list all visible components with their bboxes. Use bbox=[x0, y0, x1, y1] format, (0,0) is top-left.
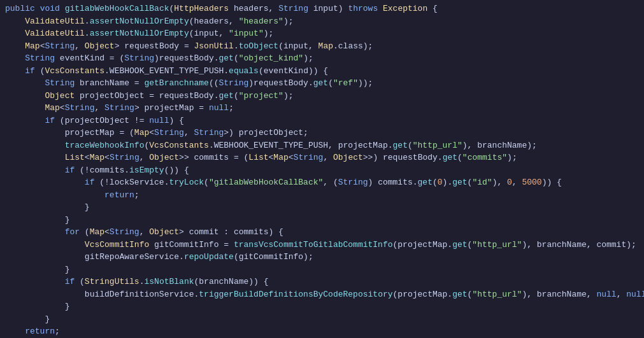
line-content: } bbox=[0, 264, 69, 276]
code-token: buildDefinitionService bbox=[85, 290, 194, 299]
code-token: ( bbox=[433, 178, 438, 187]
code-token: ( bbox=[328, 78, 333, 88]
code-line: } bbox=[0, 214, 644, 227]
code-token: } bbox=[65, 302, 70, 311]
code-token: , bbox=[75, 41, 85, 51]
code-token: } bbox=[65, 265, 70, 274]
code-token: headers, bbox=[229, 4, 278, 13]
code-token: ()) { bbox=[164, 165, 189, 175]
code-token: ), branchName, bbox=[522, 290, 596, 299]
code-token: branchName = bbox=[75, 78, 144, 88]
code-token: .class); bbox=[333, 41, 373, 51]
code-token: if bbox=[45, 116, 55, 125]
code-token: 0 bbox=[438, 178, 443, 187]
code-token: (input, bbox=[189, 29, 229, 38]
code-token: "input" bbox=[229, 29, 264, 38]
code-token: (gitCommitInfo); bbox=[234, 252, 313, 262]
code-token bbox=[378, 4, 383, 13]
code-token: ( bbox=[457, 153, 462, 162]
code-token: "id" bbox=[472, 178, 492, 187]
code-line: } bbox=[0, 201, 644, 214]
code-line: VcsCommitInfo gitCommitInfo = transVcsCo… bbox=[0, 239, 644, 251]
code-token: toObject bbox=[239, 41, 278, 51]
code-token: assertNotNullOrEmpty bbox=[90, 17, 189, 26]
code-token: < bbox=[104, 227, 110, 237]
code-token: } bbox=[65, 215, 70, 225]
code-token: >>) requestBody. bbox=[363, 153, 443, 162]
code-token: gitCommitInfo = bbox=[149, 240, 234, 250]
code-line: Object projectObject = requestBody.get("… bbox=[0, 90, 644, 102]
line-content: String branchName = getBranchname((Strin… bbox=[0, 77, 373, 90]
code-token: tryLock bbox=[169, 178, 204, 187]
code-token: String bbox=[278, 4, 308, 13]
line-content: Map<String, Object> requestBody = JsonUt… bbox=[0, 40, 373, 53]
code-token: String bbox=[65, 103, 95, 113]
code-token: null bbox=[596, 290, 616, 299]
code-line: } bbox=[0, 300, 644, 313]
code-token bbox=[35, 4, 40, 13]
code-token: .WEBHOOK_EVENT_TYPE_PUSH, projectMap. bbox=[209, 141, 393, 150]
code-token: "gitlabWebHookCallBack" bbox=[209, 178, 323, 187]
code-token: (headers, bbox=[189, 17, 239, 26]
code-line: gitRepoAwareService.repoUpdate(gitCommit… bbox=[0, 251, 644, 264]
line-content: for (Map<String, Object> commit : commit… bbox=[0, 226, 283, 239]
code-token: < bbox=[104, 153, 110, 162]
code-line: } bbox=[0, 264, 644, 276]
code-token: < bbox=[60, 103, 65, 113]
code-token: transVcsCommitToGitlabCommitInfo bbox=[234, 240, 393, 250]
code-line: return; bbox=[0, 189, 644, 202]
code-token: , bbox=[617, 290, 627, 299]
code-token: (( bbox=[209, 78, 219, 88]
code-token: String bbox=[45, 41, 75, 51]
code-token: ; bbox=[229, 103, 234, 113]
code-token: } bbox=[85, 202, 90, 212]
line-content: if (!commits.isEmpty()) { bbox=[0, 164, 189, 177]
code-token: 5000 bbox=[522, 178, 541, 187]
code-token: get bbox=[218, 53, 233, 63]
line-content: public void gitlabWebHookCallBack(HttpHe… bbox=[0, 3, 438, 15]
line-content: } bbox=[0, 313, 50, 326]
code-token: Exception bbox=[383, 4, 427, 13]
code-token: < bbox=[149, 128, 154, 137]
code-line: if (projectObject != null) { bbox=[0, 115, 644, 127]
code-token: "commits" bbox=[462, 153, 507, 162]
code-token: ). bbox=[443, 178, 453, 187]
code-token: ); bbox=[303, 53, 313, 63]
line-content: if (projectObject != null) { bbox=[0, 115, 184, 127]
code-token: String bbox=[110, 227, 140, 237]
code-line: if (VcsConstants.WEBHOOK_EVENT_TYPE_PUSH… bbox=[0, 65, 644, 78]
code-token: "http_url" bbox=[472, 290, 522, 299]
code-line: buildDefinitionService.triggerBuildDefin… bbox=[0, 288, 644, 301]
code-token: (eventKind)) { bbox=[259, 66, 328, 76]
code-token: )); bbox=[358, 78, 373, 88]
code-token: if bbox=[85, 178, 95, 187]
code-token: String bbox=[294, 153, 324, 162]
line-content: gitRepoAwareService.repoUpdate(gitCommit… bbox=[0, 251, 313, 264]
code-token: (projectObject != bbox=[55, 116, 149, 125]
code-token: ); bbox=[507, 153, 517, 162]
code-token: < bbox=[85, 153, 90, 162]
code-token: null bbox=[626, 290, 644, 299]
code-token: ( bbox=[35, 66, 45, 76]
code-line: traceWebhookInfo(VcsConstants.WEBHOOK_EV… bbox=[0, 139, 644, 152]
code-token: String bbox=[110, 153, 140, 162]
code-token: . bbox=[179, 252, 184, 262]
line-content: if (StringUtils.isNotBlank(branchName)) … bbox=[0, 276, 269, 288]
code-token: triggerBuildDefinitionsByCodeRepository bbox=[199, 290, 392, 299]
code-token: ), branchName, commit); bbox=[522, 240, 636, 250]
code-line: Map<String, String> projectMap = null; bbox=[0, 102, 644, 115]
code-token: String bbox=[338, 178, 368, 187]
code-token: repoUpdate bbox=[184, 252, 234, 262]
line-content: String eventKind = (String)requestBody.g… bbox=[0, 52, 313, 65]
code-line: for (Map<String, Object> commit : commit… bbox=[0, 226, 644, 239]
code-line: if (StringUtils.isNotBlank(branchName)) … bbox=[0, 276, 644, 288]
code-token: Map bbox=[90, 227, 104, 237]
code-token: < bbox=[289, 153, 294, 162]
code-token: VcsConstants bbox=[149, 141, 209, 150]
code-token: "project" bbox=[239, 91, 283, 101]
line-content: buildDefinitionService.triggerBuildDefin… bbox=[0, 288, 644, 301]
code-token: for bbox=[65, 227, 80, 237]
code-token: String bbox=[124, 53, 154, 63]
code-token: { bbox=[427, 4, 438, 13]
code-token: Map bbox=[45, 103, 59, 113]
